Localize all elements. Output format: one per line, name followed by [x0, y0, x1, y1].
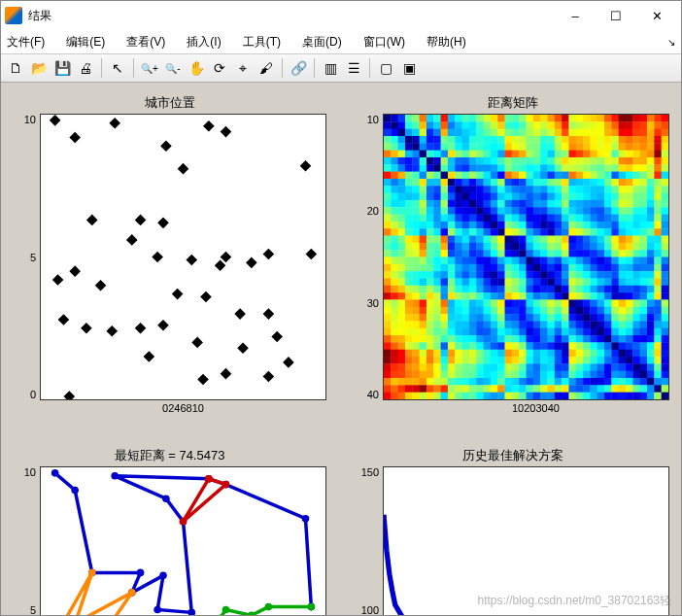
svg-rect-16 [263, 249, 275, 260]
menu-edit[interactable]: 编辑(E) [66, 34, 105, 51]
svg-rect-1168 [441, 314, 449, 322]
svg-rect-394 [626, 172, 633, 180]
svg-rect-1472 [611, 363, 619, 371]
svg-rect-298 [512, 157, 520, 165]
svg-rect-204 [412, 143, 420, 151]
svg-rect-1391 [604, 350, 612, 358]
svg-rect-996 [640, 278, 648, 286]
svg-rect-1611 [462, 393, 470, 399]
svg-rect-1578 [512, 385, 520, 393]
svg-rect-302 [540, 157, 548, 165]
heatmap-plot[interactable] [383, 114, 669, 400]
svg-rect-388 [583, 172, 591, 180]
svg-rect-19 [95, 280, 107, 291]
svg-rect-537 [505, 200, 513, 208]
svg-rect-938 [512, 271, 520, 279]
menu-desktop[interactable]: 桌面(D) [302, 34, 342, 51]
zoom-in-icon[interactable]: 🔍+ [139, 57, 160, 79]
brush-icon[interactable]: 🖌 [256, 57, 277, 79]
menu-file[interactable]: 文件(F) [7, 34, 45, 51]
rotate-icon[interactable]: ⟳ [209, 57, 230, 79]
svg-rect-1479 [662, 363, 668, 371]
svg-rect-923 [405, 271, 413, 279]
open-icon[interactable]: 📂 [28, 57, 50, 79]
svg-rect-941 [533, 271, 541, 279]
svg-rect-482 [398, 193, 406, 201]
svg-rect-1189 [590, 314, 597, 322]
svg-rect-1029 [590, 286, 597, 293]
svg-rect-244 [412, 151, 420, 158]
menu-help[interactable]: 帮助(H) [426, 34, 466, 51]
svg-rect-415 [491, 179, 498, 187]
svg-rect-777 [505, 243, 513, 251]
dock-icon[interactable]: ▢ [375, 57, 396, 79]
svg-rect-1052 [469, 292, 477, 300]
close-button[interactable]: ✕ [636, 2, 677, 29]
svg-rect-1634 [626, 393, 633, 399]
datacursor-icon[interactable]: ⌖ [232, 57, 254, 79]
menu-window[interactable]: 窗口(W) [363, 34, 405, 51]
menu-tools[interactable]: 工具(T) [243, 34, 281, 51]
svg-rect-1630 [597, 393, 605, 399]
svg-rect-1537 [505, 378, 513, 386]
svg-rect-158 [654, 129, 662, 137]
svg-rect-1587 [576, 385, 584, 393]
colorbar-icon[interactable]: ▥ [320, 57, 341, 79]
svg-rect-1536 [497, 378, 505, 386]
svg-rect-1278 [654, 328, 662, 336]
svg-rect-1311 [604, 335, 612, 343]
svg-rect-535 [491, 200, 498, 208]
svg-rect-1150 [597, 307, 605, 315]
svg-rect-1489 [448, 371, 456, 379]
svg-rect-612 [469, 215, 477, 222]
route-plot[interactable] [40, 466, 326, 616]
svg-rect-1416 [497, 357, 505, 364]
svg-rect-1576 [497, 385, 505, 393]
svg-rect-746 [568, 236, 576, 244]
svg-rect-1297 [505, 335, 513, 343]
svg-rect-1 [69, 132, 81, 144]
svg-rect-330 [455, 164, 462, 172]
svg-rect-1449 [448, 363, 456, 371]
svg-rect-870 [597, 257, 605, 265]
svg-rect-506 [568, 193, 576, 201]
svg-rect-1368 [441, 350, 449, 358]
svg-rect-167 [433, 136, 441, 144]
svg-rect-548 [583, 200, 591, 208]
zoom-out-icon[interactable]: 🔍- [162, 57, 184, 79]
svg-rect-1014 [484, 286, 492, 293]
svg-rect-805 [420, 250, 427, 257]
svg-rect-85 [420, 121, 427, 129]
link-icon[interactable]: 🔗 [288, 57, 309, 79]
svg-rect-1548 [583, 378, 591, 386]
svg-rect-1263 [547, 328, 555, 336]
svg-rect-165 [420, 136, 427, 144]
svg-rect-591 [604, 207, 612, 215]
svg-rect-649 [448, 222, 456, 229]
svg-rect-814 [484, 250, 492, 257]
dock2-icon[interactable]: ▣ [398, 57, 420, 79]
scatter-plot[interactable] [40, 114, 326, 400]
menu-view[interactable]: 查看(V) [126, 34, 165, 51]
menu-overflow-icon[interactable]: ↘ [667, 37, 675, 48]
svg-rect-1191 [604, 314, 612, 322]
print-icon[interactable]: 🖨 [75, 57, 96, 79]
svg-rect-199 [662, 136, 668, 144]
minimize-button[interactable]: – [555, 2, 596, 29]
svg-rect-1304 [555, 335, 563, 343]
pointer-icon[interactable]: ↖ [107, 57, 128, 79]
legend-icon[interactable]: ☰ [343, 57, 364, 79]
svg-rect-9 [86, 215, 98, 226]
svg-rect-899 [519, 264, 527, 272]
pan-icon[interactable]: ✋ [186, 57, 207, 79]
svg-rect-645 [420, 222, 427, 229]
maximize-button[interactable]: ☐ [596, 2, 636, 29]
svg-rect-228 [583, 143, 591, 151]
svg-rect-1063 [547, 292, 555, 300]
menu-insert[interactable]: 插入(I) [187, 34, 221, 51]
svg-rect-1321 [391, 342, 398, 350]
svg-rect-1185 [562, 314, 569, 322]
new-icon[interactable]: 🗋 [5, 57, 26, 79]
save-icon[interactable]: 💾 [51, 57, 73, 79]
svg-rect-1494 [484, 371, 492, 379]
